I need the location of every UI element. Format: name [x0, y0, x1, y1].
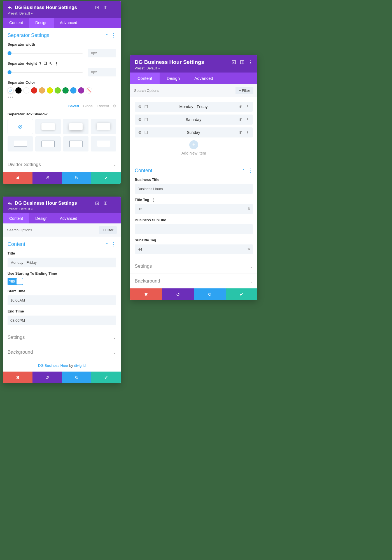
shadow-preset[interactable]	[35, 136, 61, 151]
save-button[interactable]: ✔	[91, 372, 121, 383]
tab-content[interactable]: Content	[130, 73, 160, 84]
shadow-preset[interactable]	[8, 136, 33, 151]
kebab-icon[interactable]: ⋮	[111, 241, 116, 247]
palette-recent[interactable]: Recent	[97, 104, 109, 108]
color-swatch[interactable]	[78, 87, 84, 94]
close-button[interactable]: ✖	[3, 172, 32, 184]
kebab-icon[interactable]: ⋮	[112, 201, 116, 206]
undo-button[interactable]: ↺	[32, 372, 62, 383]
expand-icon[interactable]	[232, 60, 236, 64]
back-icon[interactable]	[8, 5, 12, 10]
palette-global[interactable]: Global	[83, 104, 94, 108]
trash-icon[interactable]: 🗑	[239, 104, 243, 109]
close-button[interactable]: ✖	[130, 288, 162, 300]
list-item[interactable]: ⚙❐ Sunday 🗑⋮	[135, 127, 253, 137]
search-input[interactable]	[7, 228, 96, 232]
tab-advanced[interactable]: Advanced	[187, 73, 220, 84]
color-picker-icon[interactable]	[8, 87, 14, 94]
separator-height-input[interactable]	[88, 68, 116, 76]
duplicate-icon[interactable]: ❐	[144, 104, 148, 109]
use-range-toggle[interactable]: YES	[8, 278, 23, 285]
trash-icon[interactable]: 🗑	[239, 130, 243, 135]
search-input[interactable]	[134, 88, 233, 93]
title-input[interactable]	[8, 258, 116, 267]
tab-design[interactable]: Design	[29, 18, 54, 28]
add-item-button[interactable]: +	[189, 140, 198, 149]
divider-section[interactable]: Divider Settings ⌄	[3, 157, 121, 172]
section-header[interactable]: Content ⌃⋮	[8, 241, 116, 247]
gear-icon[interactable]: ⚙	[138, 117, 142, 122]
background-section[interactable]: Background ⌄	[3, 345, 121, 360]
gear-icon[interactable]: ⚙	[138, 130, 142, 135]
shadow-none[interactable]: ⊘	[8, 119, 33, 134]
credit-module-link[interactable]: DG Business Hour	[38, 363, 68, 368]
separator-height-slider[interactable]	[8, 69, 83, 75]
color-swatch[interactable]	[62, 87, 69, 94]
hover-icon[interactable]: ↖	[49, 61, 52, 66]
tab-content[interactable]: Content	[3, 18, 29, 28]
redo-button[interactable]: ↻	[62, 372, 91, 383]
gear-icon[interactable]: ⚙	[138, 104, 142, 109]
color-swatch[interactable]	[39, 87, 45, 94]
subtitle-tag-select[interactable]	[135, 244, 253, 254]
color-swatch[interactable]	[15, 87, 22, 94]
columns-icon[interactable]	[103, 5, 108, 10]
filter-button[interactable]: + Filter	[235, 87, 253, 94]
close-button[interactable]: ✖	[3, 372, 32, 383]
duplicate-icon[interactable]: ❐	[144, 117, 148, 122]
gear-icon[interactable]: ⚙	[113, 104, 116, 108]
expand-icon[interactable]	[95, 5, 99, 10]
tab-design[interactable]: Design	[29, 213, 54, 223]
kebab-icon[interactable]: ⋮	[246, 117, 249, 122]
start-time-input[interactable]	[8, 295, 116, 305]
section-header[interactable]: Separator Settings ⌃⋮	[8, 32, 116, 38]
duplicate-icon[interactable]: ❐	[144, 130, 148, 135]
save-button[interactable]: ✔	[226, 288, 258, 300]
kebab-icon[interactable]: ⋮	[246, 130, 249, 135]
shadow-preset[interactable]	[63, 119, 88, 134]
credit-author-link[interactable]: divigrid	[74, 363, 86, 368]
kebab-icon[interactable]: ⋮	[246, 104, 249, 109]
end-time-input[interactable]	[8, 316, 116, 325]
list-item[interactable]: ⚙❐ Saturday 🗑⋮	[135, 115, 253, 125]
settings-section[interactable]: Settings ⌄	[3, 330, 121, 345]
color-swatch[interactable]	[23, 87, 29, 94]
separator-width-slider[interactable]	[8, 50, 83, 56]
redo-button[interactable]: ↻	[62, 172, 91, 184]
color-swatch[interactable]	[55, 87, 61, 94]
color-swatch[interactable]	[70, 87, 76, 94]
more-dots-icon[interactable]: •••	[8, 95, 116, 101]
phone-icon[interactable]: ❐	[44, 61, 47, 66]
kebab-icon[interactable]: ⋮	[112, 5, 116, 10]
kebab-icon[interactable]: ⋮	[55, 61, 58, 66]
color-swatch[interactable]	[31, 87, 37, 94]
kebab-icon[interactable]: ⋮	[248, 167, 253, 174]
tab-advanced[interactable]: Advanced	[54, 213, 83, 223]
preset-selector[interactable]: Preset: Default ▾	[8, 11, 116, 15]
back-icon[interactable]	[8, 201, 12, 206]
redo-button[interactable]: ↻	[194, 288, 226, 300]
color-swatch[interactable]	[47, 87, 53, 94]
shadow-preset[interactable]	[91, 119, 116, 134]
kebab-icon[interactable]: ⋮	[151, 198, 155, 202]
save-button[interactable]: ✔	[91, 172, 121, 184]
filter-button[interactable]: + Filter	[99, 226, 117, 234]
trash-icon[interactable]: 🗑	[239, 117, 243, 122]
title-tag-select[interactable]	[135, 204, 253, 214]
preset-selector[interactable]: Preset: Default ▾	[8, 207, 116, 211]
business-title-input[interactable]	[135, 184, 253, 194]
list-item[interactable]: ⚙❐ Monday - Friday 🗑⋮	[135, 102, 253, 112]
shadow-preset[interactable]	[63, 136, 88, 151]
preset-selector[interactable]: Preset: Default ▾	[135, 66, 253, 70]
business-subtitle-input[interactable]	[135, 224, 253, 234]
settings-section[interactable]: Settings ⌄	[130, 259, 257, 274]
color-transparent[interactable]	[86, 87, 92, 94]
tab-design[interactable]: Design	[160, 73, 187, 84]
expand-icon[interactable]	[95, 201, 99, 206]
shadow-preset[interactable]	[35, 119, 61, 134]
help-icon[interactable]: ?	[39, 61, 41, 66]
tab-advanced[interactable]: Advanced	[54, 18, 83, 28]
undo-button[interactable]: ↺	[32, 172, 62, 184]
columns-icon[interactable]	[103, 201, 108, 206]
background-section[interactable]: Background ⌄	[130, 274, 257, 288]
